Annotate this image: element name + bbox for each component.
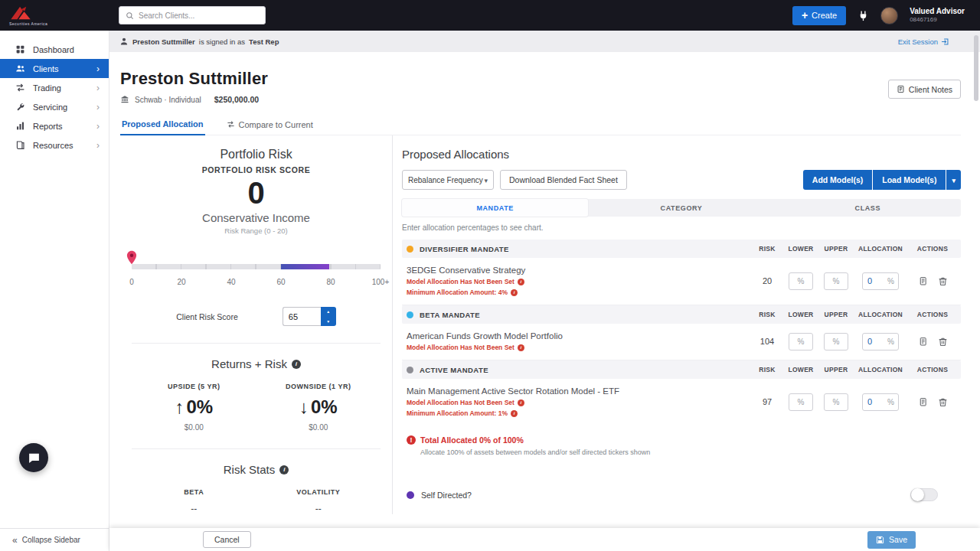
load-models-button[interactable]: Load Model(s) [873,170,946,190]
sidebar-item-label: Reports [33,122,63,131]
info-icon[interactable] [292,360,301,369]
beta-label: BETA [132,488,256,496]
mandate-dot [407,311,413,318]
collapse-icon [12,535,18,546]
allocation-value: 0 [863,337,887,346]
view-segmented-control: MANDATE CATEGORY CLASS [402,199,961,217]
info-icon[interactable] [279,465,289,474]
tab-compare-to-current[interactable]: Compare to Current [225,116,315,135]
chevron-right-icon [96,122,100,131]
sidebar-item-label: Dashboard [33,45,74,54]
delete-icon[interactable] [938,276,948,286]
risk-score-stepper [321,307,336,326]
volatility-value: -- [256,504,381,514]
load-models-dropdown-button[interactable] [946,170,961,190]
chat-fab-button[interactable] [19,443,48,472]
column-header-actions: ACTIONS [907,366,958,373]
tab-category[interactable]: CATEGORY [588,199,774,217]
custodian-label: Schwab · Individual [135,96,201,104]
session-role: Test Rep [249,37,279,46]
error-icon [407,435,416,445]
mandate-group-header: ACTIVE MANDATE RISK LOWER UPPER ALLOCATI… [402,360,961,379]
allocation-input[interactable]: 0% [862,333,899,350]
returns-risk-columns: UPSIDE (5 YR) 0% $0.00 DOWNSIDE (1 YR) 0… [132,383,381,432]
client-notes-button[interactable]: Client Notes [888,80,961,99]
sidebar-item-resources[interactable]: Resources [0,135,109,155]
download-fact-sheet-button[interactable]: Download Blended Fact Sheet [500,170,627,190]
client-risk-score-input[interactable] [283,307,321,326]
allocation-input[interactable]: 0% [862,272,899,290]
self-directed-toggle[interactable] [910,488,938,501]
slider-pin-icon[interactable] [126,250,139,268]
upper-bound-input[interactable] [824,393,848,411]
create-button[interactable]: Create [792,6,846,25]
stepper-down-icon[interactable] [321,317,336,327]
self-directed-dot [407,491,414,499]
allocation-value: 0 [863,276,887,285]
sidebar-item-dashboard[interactable]: Dashboard [0,40,109,59]
lower-bound-input[interactable] [789,393,813,411]
risk-score-value: 0 [132,176,381,210]
model-name: Main Management Active Sector Rotation M… [407,386,751,396]
model-warning: Model Allocation Has Not Been Set [407,278,751,285]
session-bar: Preston Suttmiller is signed in as Test … [109,31,980,52]
upside-amount: $0.00 [132,423,256,432]
sidebar-item-trading[interactable]: Trading [0,78,109,97]
sidebar: Dashboard Clients Trading Servicing [0,31,109,551]
sidebar-item-reports[interactable]: Reports [0,116,109,135]
divider [132,448,381,449]
axis-tick: 0 [129,278,134,286]
collapse-sidebar-button[interactable]: Collapse Sidebar [0,528,109,551]
info-icon[interactable] [511,289,518,296]
add-models-button[interactable]: Add Model(s) [803,170,873,190]
mandate-group-header: BETA MANDATE RISK LOWER UPPER ALLOCATION… [402,305,961,324]
percent-suffix: % [887,337,898,346]
risk-range-label: Risk Range (0 - 20) [132,227,381,235]
chevron-right-icon [96,141,100,150]
slider-axis: 0 20 40 60 80 100+ [132,278,381,287]
risk-category: Conservative Income [132,211,381,224]
info-icon[interactable] [511,410,518,417]
delete-icon[interactable] [938,337,948,347]
scrollbar-thumb[interactable] [974,35,978,101]
allocation-input[interactable]: 0% [862,393,899,411]
plug-icon[interactable] [858,10,869,21]
client-search[interactable] [119,6,266,24]
info-icon[interactable] [518,344,524,351]
column-header-lower: LOWER [783,245,818,253]
fact-sheet-icon[interactable] [918,276,928,286]
exit-session-link[interactable]: Exit Session [898,37,949,46]
tab-mandate[interactable]: MANDATE [402,199,588,217]
upper-bound-input[interactable] [824,333,848,350]
slider-client-range [281,264,329,269]
tab-proposed-allocation[interactable]: Proposed Allocation [120,116,205,135]
risk-slider[interactable] [132,253,381,272]
mandate-name: ACTIVE MANDATE [420,366,488,374]
lower-bound-input[interactable] [789,333,813,350]
rebalance-frequency-value: Rebalance Frequency [408,176,483,184]
avatar[interactable] [880,7,898,24]
info-icon[interactable] [518,399,524,406]
save-button[interactable]: Save [867,531,916,549]
fact-sheet-icon[interactable] [918,397,928,407]
column-header-risk: RISK [751,366,783,373]
rebalance-frequency-select[interactable]: Rebalance Frequency [402,170,494,190]
sidebar-item-clients[interactable]: Clients [0,59,109,78]
save-label: Save [889,535,907,544]
tab-class[interactable]: CLASS [775,199,961,217]
stepper-up-icon[interactable] [321,307,336,317]
advisor-info[interactable]: Valued Advisor 08467169 [910,7,965,24]
securities-america-logo-icon [9,5,32,21]
cancel-button[interactable]: Cancel [203,531,251,548]
dashboard-icon [15,44,26,55]
delete-icon[interactable] [938,397,948,407]
sidebar-item-servicing[interactable]: Servicing [0,97,109,116]
search-input[interactable] [139,11,259,20]
fact-sheet-icon[interactable] [918,337,928,347]
column-header-risk: RISK [751,245,783,253]
info-icon[interactable] [518,279,524,285]
allocations-table: DIVERSIFIER MANDATE RISK LOWER UPPER ALL… [402,240,961,501]
lower-bound-input[interactable] [789,272,813,290]
upper-bound-input[interactable] [824,272,848,290]
brand-logo[interactable]: Securities America [0,0,109,31]
